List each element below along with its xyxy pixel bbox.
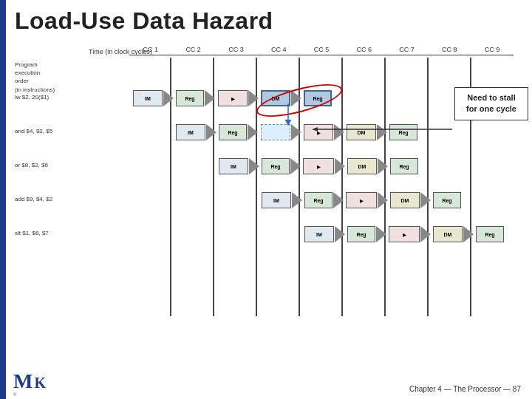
callout-box: Need to stallfor one cycle: [454, 87, 528, 120]
cc7-label: CC 7: [386, 46, 427, 53]
vline-7: [427, 58, 429, 316]
prog-label-3: order: [15, 77, 85, 85]
footer-text: Chapter 4 — The Processor — 87: [409, 385, 521, 393]
instr5-im: IM: [304, 226, 334, 242]
instr2-alu: ▶: [304, 124, 333, 140]
instr1-im: IM: [133, 90, 163, 106]
instr1-alu: ▶: [218, 90, 248, 106]
prog-label-2: execution: [15, 69, 85, 77]
instr3-arrow3: [335, 158, 345, 174]
cc1-label: CC 1: [130, 46, 171, 53]
instr4-reg2: Reg: [433, 192, 461, 208]
instr4-alu: ▶: [346, 192, 377, 208]
instr4-reg1: Reg: [304, 192, 332, 208]
instr3-im: IM: [219, 158, 248, 174]
page-title: Load-Use Data Hazard: [15, 7, 273, 35]
instr-5-label: slt $1, $6, $7: [15, 230, 92, 236]
cc9-label: CC 9: [472, 46, 513, 53]
mk-logo-circle: ®: [13, 392, 50, 397]
instr-1-label: lw $2, 20($1): [15, 94, 92, 100]
callout-text: Need to stallfor one cycle: [466, 93, 516, 113]
instr2-reg2: Reg: [389, 124, 417, 140]
instr-2-label: and $4, $2, $5: [15, 128, 92, 134]
instr3-arrow2: [290, 158, 301, 174]
fwd-arrow-1-2: [277, 103, 299, 126]
cc4-label: CC 4: [259, 46, 299, 53]
instr2-stall: [261, 124, 290, 140]
instr3-reg2: Reg: [390, 158, 418, 174]
instr1-arrow3: [248, 90, 259, 106]
mk-logo: M K ®: [13, 366, 50, 392]
instr3-reg1: Reg: [262, 158, 290, 174]
cc-headers: CC 1 CC 2 CC 3 CC 4 CC 5 CC 6 CC 7 CC 8 …: [129, 46, 514, 53]
cc3-label: CC 3: [216, 46, 256, 53]
instr5-arrow4: [463, 226, 474, 242]
instr-3-label: or $8, $2, $6: [15, 162, 92, 168]
cc6-label: CC 6: [344, 46, 384, 53]
cc5-label: CC 5: [301, 46, 341, 53]
cc8-label: CC 8: [429, 46, 470, 53]
instr5-dm: DM: [433, 226, 463, 242]
instr1-arrow2: [205, 90, 215, 106]
diagram-container: Time (in clock cycles) CC 1 CC 2 CC 3 CC…: [15, 44, 517, 355]
instr3-arrow4: [378, 158, 388, 174]
instr5-reg1: Reg: [347, 226, 375, 242]
instr3-arrow1: [249, 158, 259, 174]
instr2-arrow5: [377, 124, 387, 140]
instr5-arrow3: [420, 226, 431, 242]
instr4-arrow4: [420, 192, 431, 208]
instr-4-label: add $9, $4, $2: [15, 196, 92, 202]
left-accent-bar: [0, 0, 6, 399]
instr5-reg2: Reg: [476, 226, 504, 242]
mk-logo-k: K: [34, 374, 46, 392]
instr4-arrow2: [333, 192, 344, 208]
instr2-arrow3: [291, 124, 301, 140]
vline-5: [341, 58, 343, 316]
instr4-dm: DM: [390, 192, 420, 208]
instr5-arrow1: [335, 226, 345, 242]
instr2-im: IM: [176, 124, 205, 140]
instr4-arrow3: [378, 192, 388, 208]
instr5-arrow2: [376, 226, 386, 242]
instr3-alu: ▶: [303, 158, 334, 174]
program-order-label: Program execution order (in instructions…: [15, 61, 85, 94]
instr2-dm: DM: [347, 124, 376, 140]
instr2-arrow1: [206, 124, 216, 140]
instr4-im: IM: [262, 192, 291, 208]
cc2-label: CC 2: [173, 46, 214, 53]
prog-label-4: (in instructions): [15, 86, 85, 94]
prog-label-1: Program: [15, 61, 85, 69]
mk-logo-m: M: [13, 371, 33, 392]
vline-6: [384, 58, 386, 316]
instr1-reg1: Reg: [176, 90, 204, 106]
instr1-arrow1: [163, 90, 174, 106]
instr5-alu: ▶: [389, 226, 420, 242]
instr3-dm: DM: [347, 158, 377, 174]
instr2-reg1: Reg: [219, 124, 247, 140]
instr4-arrow1: [292, 192, 302, 208]
time-axis-line: [129, 55, 514, 55]
instr2-arrow2: [248, 124, 258, 140]
instr2-arrow4: [334, 124, 344, 140]
